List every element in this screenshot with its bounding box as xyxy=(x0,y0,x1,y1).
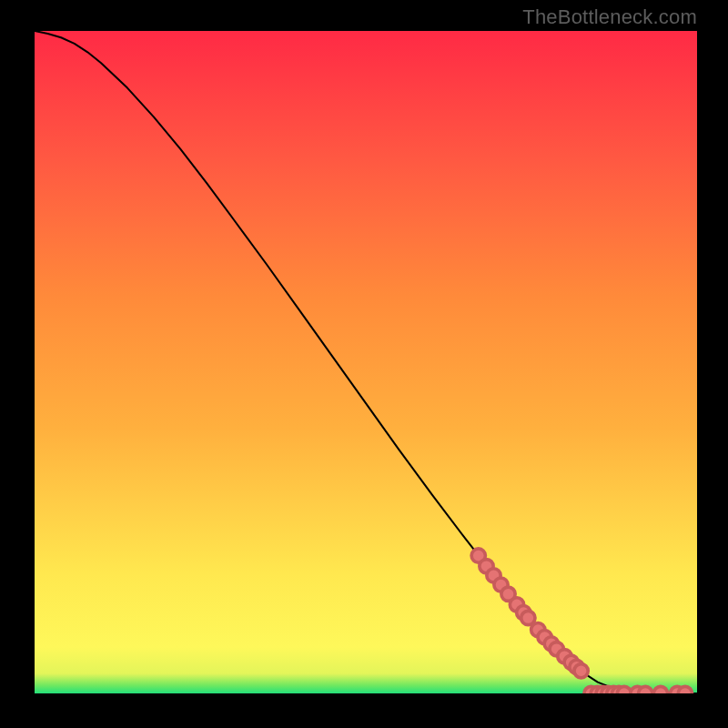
chart-plot-area xyxy=(35,31,697,693)
highlight-dot xyxy=(574,664,588,678)
chart-highlight-markers xyxy=(35,31,697,693)
highlight-dot xyxy=(653,686,667,693)
highlight-dot xyxy=(639,686,652,693)
attribution-text: TheBottleneck.com xyxy=(522,5,697,29)
highlight-dot xyxy=(678,686,692,693)
highlight-dot xyxy=(521,611,535,624)
